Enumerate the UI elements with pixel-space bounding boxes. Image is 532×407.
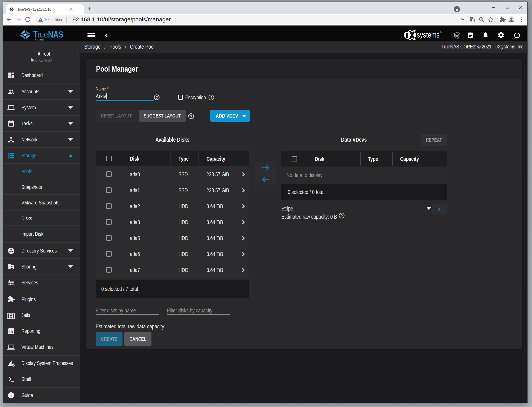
svg-text:文: 文 bbox=[472, 19, 474, 22]
svg-text:™: ™ bbox=[440, 31, 442, 34]
svg-text:systems: systems bbox=[417, 31, 439, 39]
